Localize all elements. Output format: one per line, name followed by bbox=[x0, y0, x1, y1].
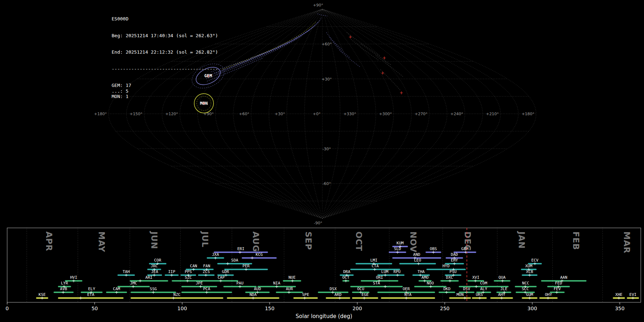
shower-label-dad: DAD bbox=[451, 252, 458, 257]
peak-marker-cap bbox=[219, 279, 222, 282]
shower-label-ahy: AHY bbox=[498, 292, 505, 297]
shower-label-cap: CAP bbox=[218, 275, 225, 280]
shower-label-xhe: XHE bbox=[615, 292, 623, 297]
peak-marker-ard bbox=[338, 297, 341, 299]
shower-label-hvi: HVI bbox=[70, 275, 77, 280]
month-label-aug: AUG bbox=[251, 231, 260, 252]
latitude-label: -60° bbox=[322, 181, 331, 186]
shower-bar-nta bbox=[381, 297, 435, 299]
peak-marker-rpu bbox=[396, 274, 399, 277]
shower-label-evi: EVI bbox=[629, 292, 636, 297]
peak-marker-eri bbox=[239, 251, 241, 254]
peak-marker-amo bbox=[423, 279, 426, 282]
observation-info: ES000D Beg: 20251214 17:40:34 (sol = 262… bbox=[112, 5, 218, 111]
peak-marker-ecv bbox=[533, 262, 536, 265]
sky-map: +180°+150°+120°+90°+60°+30°+0°+330°+300°… bbox=[0, 0, 644, 227]
month-label-jul: JUL bbox=[200, 231, 210, 248]
axis-tick-label: 50 bbox=[92, 306, 98, 311]
month-label-jun: JUN bbox=[150, 231, 159, 249]
peak-marker-mon bbox=[463, 297, 466, 299]
meteor-trail-spo bbox=[376, 56, 403, 77]
month-label-sep: SEP bbox=[304, 231, 313, 250]
shower-counts: GEM: 17...: 5MON: 1 bbox=[112, 83, 218, 99]
shower-label-gem: GEM bbox=[461, 247, 468, 251]
shower-label-aan: AAN bbox=[560, 275, 567, 280]
peak-marker-noo bbox=[429, 285, 432, 288]
shower-label-ely: ELY bbox=[88, 287, 95, 291]
peak-marker-can bbox=[192, 268, 195, 271]
latitude-label: -90° bbox=[314, 221, 322, 225]
month-label-nov: NOV bbox=[409, 231, 418, 253]
longitude-label: +180° bbox=[522, 112, 535, 116]
peak-marker-gum bbox=[528, 297, 531, 299]
shower-label-nia: NIA bbox=[273, 281, 280, 286]
shower-label-psu: PSU bbox=[449, 269, 457, 274]
begin-time: Beg: 20251214 17:40:34 (sol = 262.63°) bbox=[112, 33, 218, 39]
activity-timeline: APRMAYJUNJULAUGSEPOCTNOVDECJANFEBMAR0501… bbox=[0, 227, 644, 322]
shower-label-kse: KSE bbox=[39, 292, 46, 297]
shower-label-lyr: LYR bbox=[61, 281, 68, 286]
longitude-label: +120° bbox=[165, 112, 178, 116]
shower-label-oer: OER bbox=[402, 287, 410, 291]
shower-label-ori: ORI bbox=[376, 275, 383, 280]
shower-label-jrc: JRC bbox=[151, 264, 158, 268]
shower-label-jea: JEA bbox=[151, 269, 158, 274]
shower-label-pps: PPS bbox=[185, 269, 192, 274]
shower-label-tha: THA bbox=[418, 269, 425, 274]
shower-label-sda: SDA bbox=[231, 258, 238, 263]
peak-marker-jxa bbox=[214, 257, 217, 259]
latitude-label: -30° bbox=[322, 147, 331, 151]
meteor-trail-gem bbox=[209, 26, 313, 75]
shower-label-can: CAN bbox=[190, 264, 197, 268]
shower-label-sta: STA bbox=[373, 281, 380, 286]
longitude-label: +330° bbox=[343, 112, 356, 116]
peak-marker-oct bbox=[345, 279, 347, 282]
shower-label-cor: COR bbox=[154, 258, 161, 263]
shower-label-ssg: SSG bbox=[150, 287, 157, 291]
peak-marker-fev bbox=[555, 291, 558, 294]
axis-tick-label: 300 bbox=[527, 306, 537, 311]
peak-marker-obs bbox=[432, 251, 435, 254]
peak-marker-ege bbox=[363, 297, 366, 299]
shower-label-urs: URS bbox=[476, 292, 483, 297]
shower-label-xvi: XVI bbox=[472, 275, 479, 280]
shower-label-fed: FED bbox=[555, 281, 562, 286]
meteor-trail-spo bbox=[347, 33, 380, 56]
peak-marker-qua bbox=[501, 279, 504, 282]
shower-label-mon: MON bbox=[457, 292, 464, 297]
shower-label-spe: SPE bbox=[302, 292, 309, 297]
shower-label-qua: QUA bbox=[498, 275, 506, 280]
shower-count-line: MON: 1 bbox=[112, 94, 218, 99]
meteor-begin-mark bbox=[383, 57, 386, 59]
shower-label-ehy: EHY bbox=[451, 258, 458, 263]
meteor-begin-mark bbox=[400, 92, 403, 94]
peak-marker-xvi bbox=[474, 279, 477, 282]
shower-label-jle: JLE bbox=[500, 287, 507, 291]
shower-label-zcs: ZCS bbox=[203, 269, 210, 274]
shower-label-rpu: RPU bbox=[394, 269, 401, 274]
longitude-label: +0° bbox=[313, 112, 321, 116]
latitude-label: +30° bbox=[322, 77, 332, 82]
shower-label-dra: DRA bbox=[343, 269, 350, 274]
shower-label-cam: CAM bbox=[113, 287, 120, 291]
meteor-trail-spo bbox=[380, 70, 400, 91]
shower-label-nta: NTA bbox=[404, 292, 411, 297]
peak-marker-cta bbox=[373, 268, 376, 271]
shower-label-avb: AVB bbox=[60, 287, 67, 291]
meridian-line bbox=[215, 9, 322, 219]
shower-label-amo: AMO bbox=[421, 275, 429, 280]
longitude-label: +90° bbox=[203, 112, 214, 116]
peak-marker-ssg bbox=[152, 291, 155, 294]
peak-marker-eta bbox=[79, 297, 82, 299]
shower-bar-hyd bbox=[426, 269, 466, 270]
month-label-may: MAY bbox=[97, 231, 106, 252]
axis-tick-label: 100 bbox=[177, 306, 187, 311]
peak-marker-sda bbox=[226, 262, 229, 265]
shower-label-jpe: JPE bbox=[196, 281, 203, 286]
peak-marker-nda bbox=[252, 297, 254, 299]
peak-marker-evi bbox=[631, 297, 634, 299]
month-label-oct: OCT bbox=[354, 231, 364, 251]
meteor-trail-gem bbox=[326, 33, 343, 50]
peak-marker-dxc bbox=[449, 279, 452, 282]
peak-marker-leo bbox=[417, 262, 420, 265]
